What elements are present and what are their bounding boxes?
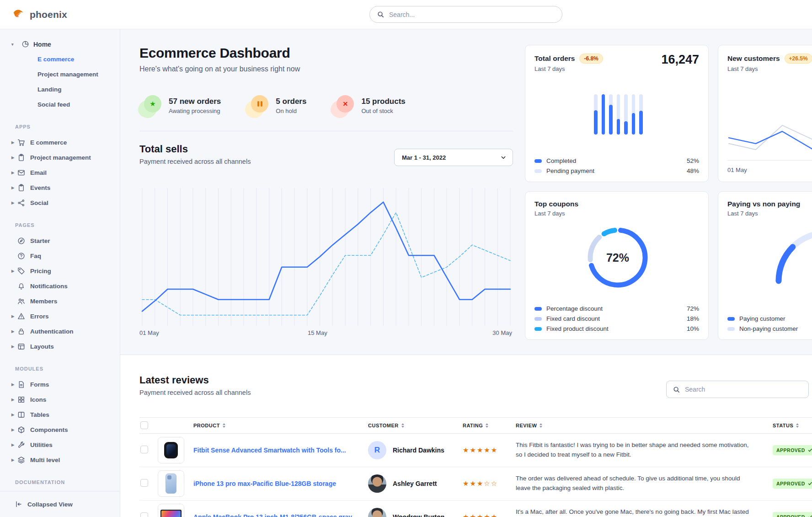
col-header-rating[interactable]: RATING xyxy=(463,423,516,428)
new-customers-x-label: 01 May xyxy=(727,167,747,173)
col-header-status[interactable]: STATUS xyxy=(773,423,812,428)
order-bar xyxy=(624,94,628,135)
sidebar-item-faq[interactable]: Faq xyxy=(0,248,120,264)
col-header-review[interactable]: REVIEW xyxy=(516,423,763,428)
caret-down-icon: ▾ xyxy=(11,42,17,47)
order-bar xyxy=(639,94,643,135)
product-thumbnail[interactable] xyxy=(158,437,184,463)
sort-icon xyxy=(223,423,225,428)
sort-icon xyxy=(540,423,542,428)
sidebar-item-events[interactable]: ▶Events xyxy=(0,180,120,195)
sidebar-item-authentication[interactable]: ▶Authentication xyxy=(0,324,120,339)
stat-icon: ✕ xyxy=(332,95,354,116)
total-sells-x-axis: 01 May 15 May 30 May xyxy=(139,329,513,338)
sidebar-item-layouts[interactable]: ▶Layouts xyxy=(0,339,120,354)
product-link[interactable]: Fitbit Sense Advanced Smartwatch with To… xyxy=(193,447,368,454)
sidebar-item-forms[interactable]: ▶Forms xyxy=(0,377,120,392)
pie-chart-icon xyxy=(21,40,29,48)
table-row: Apple MacBook Pro 13 inch-M1-8/256GB-spa… xyxy=(139,501,812,517)
sidebar-item-starter[interactable]: Starter xyxy=(0,233,120,248)
avatar xyxy=(368,508,386,517)
avatar xyxy=(368,474,386,493)
sidebar-item-notifications[interactable]: Notifications xyxy=(0,279,120,294)
sidebar-item-components[interactable]: ▶Components xyxy=(0,422,120,437)
sidebar-item-tables[interactable]: ▶Tables xyxy=(0,407,120,422)
mail-icon xyxy=(17,169,25,177)
new-customers-card: New customers +26.5% Last 7 days 01 May xyxy=(718,45,812,182)
sidebar-item-icons[interactable]: ▶Icons xyxy=(0,392,120,407)
brand-logo[interactable]: phoenix xyxy=(12,8,67,22)
order-bar xyxy=(602,94,605,135)
sidebar-item-multi-level[interactable]: ▶Multi level xyxy=(0,452,120,468)
sidebar-home-label: Home xyxy=(33,41,51,48)
total-sells-subtitle: Payment received across all channels xyxy=(139,158,251,165)
row-checkbox[interactable] xyxy=(140,446,148,453)
sidebar: ▾HomeE commerceProject managementLanding… xyxy=(0,29,120,517)
sidebar-item-e-commerce[interactable]: ▶E commerce xyxy=(0,135,120,150)
caret-right-icon: ▶ xyxy=(11,171,17,175)
order-bar xyxy=(632,94,636,135)
sidebar-subitem-landing[interactable]: Landing xyxy=(0,82,120,97)
paying-legend: Paying customerNon-paying customer xyxy=(727,315,812,332)
caret-right-icon: ▶ xyxy=(11,458,17,462)
sidebar-item-utilities[interactable]: ▶Utilities xyxy=(0,437,120,452)
chevron-down-icon xyxy=(501,155,506,160)
product-link[interactable]: Apple MacBook Pro 13 inch-M1-8/256GB-spa… xyxy=(193,513,368,517)
total-orders-legend: Completed52%Pending payment48% xyxy=(534,157,699,174)
sidebar-item-social[interactable]: ▶Social xyxy=(0,195,120,210)
stat-caption: On hold xyxy=(276,108,306,114)
col-header-product[interactable]: PRODUCT xyxy=(193,423,368,428)
sidebar-item-home[interactable]: ▾Home xyxy=(0,37,120,52)
x-label-end: 30 May xyxy=(492,329,512,336)
share-icon xyxy=(17,199,25,207)
check-icon xyxy=(808,515,812,517)
package-icon xyxy=(17,426,25,434)
collapse-label: Collapsed View xyxy=(27,501,73,508)
product-link[interactable]: iPhone 13 pro max-Pacific Blue-128GB sto… xyxy=(193,480,368,487)
sidebar-subitem-e-commerce[interactable]: E commerce xyxy=(0,52,120,67)
alert-triangle-icon xyxy=(17,312,25,320)
select-all-checkbox[interactable] xyxy=(140,421,148,429)
sidebar-collapse-toggle[interactable]: Collapsed View xyxy=(0,491,120,517)
review-text: This Fitbit is fantastic! I was trying t… xyxy=(516,441,763,460)
col-header-customer[interactable]: CUSTOMER xyxy=(368,423,463,428)
product-thumbnail[interactable] xyxy=(158,470,184,497)
stat-out-of-stock: ✕ 15 products Out of stock xyxy=(332,95,405,116)
top-coupons-donut: 72% xyxy=(581,221,654,294)
stat-value: 57 new orders xyxy=(169,97,221,106)
reviews-table-header: PRODUCTCUSTOMERRATINGREVIEWSTATUS xyxy=(139,417,812,434)
review-text: It's a Mac, after all. Once you've gone … xyxy=(516,507,763,517)
sidebar-item-pricing[interactable]: ▶Pricing xyxy=(0,264,120,279)
caret-right-icon: ▶ xyxy=(11,443,17,447)
row-checkbox[interactable] xyxy=(140,512,148,517)
caret-right-icon: ▶ xyxy=(11,201,17,205)
global-search[interactable] xyxy=(369,6,562,23)
sidebar-subitem-social-feed[interactable]: Social feed xyxy=(0,97,120,112)
reviews-search-input[interactable] xyxy=(685,386,802,393)
status-badge: APPROVED xyxy=(773,512,812,517)
sidebar-section-apps: APPS xyxy=(15,124,120,129)
date-range-select[interactable]: Mar 1 - 31, 2022 xyxy=(394,149,513,166)
sort-icon xyxy=(486,423,488,428)
users-icon xyxy=(17,297,25,305)
row-checkbox[interactable] xyxy=(140,479,148,487)
stat-caption: Out of stock xyxy=(361,108,405,114)
sidebar-item-errors[interactable]: ▶Errors xyxy=(0,309,120,324)
stat-awating-processing: ★ 57 new orders Awating processing xyxy=(139,95,221,116)
page-subtitle: Here's what's going on at your business … xyxy=(139,64,513,74)
product-thumbnail[interactable] xyxy=(158,504,184,517)
status-badge: APPROVED xyxy=(773,479,812,489)
top-coupons-center-value: 72% xyxy=(581,221,654,294)
sidebar-item-email[interactable]: ▶Email xyxy=(0,165,120,180)
global-search-input[interactable] xyxy=(389,11,555,18)
order-bar xyxy=(609,94,613,135)
sidebar-item-project-management[interactable]: ▶Project management xyxy=(0,150,120,165)
x-label-mid: 15 May xyxy=(308,329,327,336)
pause-icon xyxy=(257,101,262,107)
reviews-search[interactable] xyxy=(666,381,809,398)
stat-value: 15 products xyxy=(361,97,405,106)
wrench-icon xyxy=(17,441,25,449)
sidebar-subitem-project-management[interactable]: Project management xyxy=(0,67,120,82)
sidebar-item-members[interactable]: Members xyxy=(0,294,120,309)
top-coupons-title: Top coupons xyxy=(534,200,578,208)
